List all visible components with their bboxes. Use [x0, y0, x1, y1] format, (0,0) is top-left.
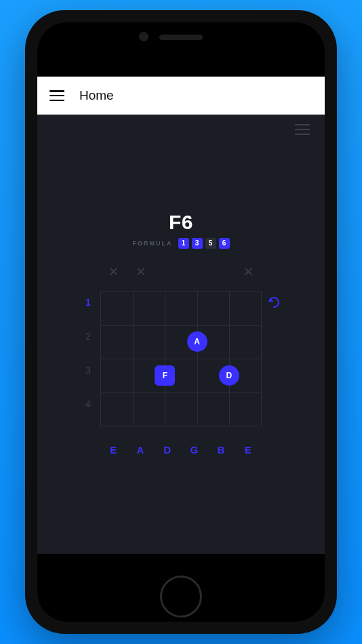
- fret-number[interactable]: 1: [85, 297, 91, 308]
- app-screen: Home F6 FORMULA 1356 ✕: [37, 77, 325, 554]
- fret-right-column: [262, 285, 286, 426]
- chord-formula-row: FORMULA 1356: [48, 238, 314, 249]
- formula-interval[interactable]: 6: [219, 238, 230, 249]
- chord-section: F6 FORMULA 1356: [48, 211, 314, 249]
- fret-note[interactable]: A: [187, 331, 207, 352]
- fretboard: ✕ ✕ ✕ 1234 AFD: [76, 264, 286, 456]
- fret-number[interactable]: 2: [85, 331, 91, 342]
- string-label: E: [235, 444, 262, 456]
- home-button[interactable]: [160, 576, 202, 618]
- content-menu-icon[interactable]: [295, 124, 310, 135]
- string-label: E: [100, 444, 127, 456]
- device-earpiece: [159, 35, 203, 40]
- menu-icon[interactable]: [49, 90, 64, 101]
- reset-icon[interactable]: [266, 295, 282, 310]
- formula-interval[interactable]: 1: [178, 238, 189, 249]
- formula-interval[interactable]: 3: [192, 238, 203, 249]
- string-label: B: [208, 444, 235, 456]
- content-area: F6 FORMULA 1356 ✕ ✕ ✕: [37, 115, 325, 456]
- device-camera: [139, 32, 148, 41]
- app-header: Home: [37, 77, 325, 115]
- formula-interval[interactable]: 5: [205, 238, 216, 249]
- top-markers-row: ✕ ✕ ✕: [76, 264, 286, 280]
- string-labels-row: EADGBE: [76, 444, 286, 456]
- fretboard-grid: 1234 AFD: [76, 285, 286, 426]
- page-title: Home: [79, 88, 114, 103]
- device-inner: Home F6 FORMULA 1356 ✕: [37, 22, 325, 622]
- string-label: G: [181, 444, 208, 456]
- formula-label: FORMULA: [133, 240, 173, 247]
- fret-number[interactable]: 3: [85, 365, 91, 376]
- mute-marker-icon: ✕: [243, 265, 254, 279]
- fret-note[interactable]: D: [219, 365, 239, 386]
- fret-note[interactable]: F: [155, 365, 175, 386]
- grid-lines: AFD: [100, 291, 262, 426]
- fret-numbers-column: 1234: [76, 285, 100, 426]
- string-label: D: [154, 444, 181, 456]
- mute-marker-icon: ✕: [108, 265, 119, 279]
- device-frame: Home F6 FORMULA 1356 ✕: [25, 10, 337, 634]
- fret-number[interactable]: 4: [85, 399, 91, 409]
- string-label: A: [127, 444, 155, 456]
- mute-marker-icon: ✕: [136, 265, 146, 279]
- grid-container: AFD: [100, 291, 262, 426]
- chord-name: F6: [48, 211, 314, 234]
